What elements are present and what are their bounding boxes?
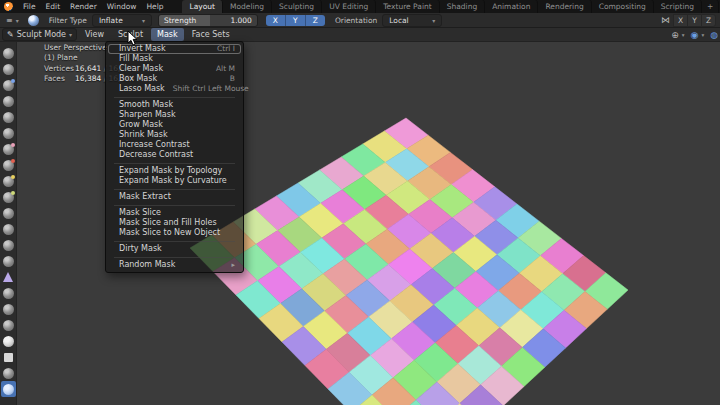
viewport-menu-face-sets[interactable]: Face Sets <box>186 28 236 41</box>
toolbar-grab-brush[interactable] <box>1 285 16 301</box>
viewport-menu-mask[interactable]: Mask <box>151 28 184 41</box>
toolbar-layer-brush[interactable] <box>1 109 16 125</box>
axis-toggle-z[interactable]: Z <box>306 15 325 26</box>
elastic-deform-brush-icon <box>3 256 14 267</box>
tab-scripting[interactable]: Scripting <box>654 0 702 13</box>
menu-item-decrease-contrast[interactable]: Decrease Contrast <box>106 150 243 160</box>
blender-logo-icon[interactable] <box>4 2 13 11</box>
menu-item-box-mask[interactable]: Box MaskB <box>106 74 243 84</box>
mode-dropdown[interactable]: ✎ Sculpt Mode ▾ <box>2 28 77 41</box>
tab-modeling[interactable]: Modeling <box>223 0 272 13</box>
viewport-header-icons: ⊕▾ ◉▾ ◍ <box>665 30 718 40</box>
crease-brush-accent-dot <box>11 159 15 163</box>
menu-item-mask-slice-to-new-object[interactable]: Mask Slice to New Object <box>106 228 243 238</box>
menu-item-sharpen-mask[interactable]: Sharpen Mask <box>106 110 243 120</box>
menu-item-increase-contrast[interactable]: Increase Contrast <box>106 140 243 150</box>
viewport-menu-view[interactable]: View <box>79 28 110 41</box>
tab-compositing[interactable]: Compositing <box>592 0 654 13</box>
tab-layout[interactable]: Layout <box>182 0 223 13</box>
toolbar-fill-brush[interactable] <box>1 205 16 221</box>
orientation-dropdown[interactable]: Local ▾ <box>382 14 442 27</box>
add-workspace-button[interactable]: + <box>702 0 719 13</box>
toolbar-snake-hook-brush[interactable] <box>1 301 16 317</box>
toolbar-inflate-brush[interactable] <box>1 125 16 141</box>
active-tool-dropdown[interactable]: ≡▾ <box>3 15 22 26</box>
menu-item-label: Mask Slice and Fill Holes <box>119 218 217 228</box>
menu-item-expand-mask-by-topology[interactable]: Expand Mask by Topology <box>106 166 243 176</box>
overlays-icon: ◉ <box>691 30 699 40</box>
chevron-down-icon: ▾ <box>69 31 72 38</box>
menu-item-label: Random Mask <box>119 260 175 270</box>
menu-item-mask-slice-and-fill-holes[interactable]: Mask Slice and Fill Holes <box>106 218 243 228</box>
toolbar-nudge-brush[interactable] <box>1 349 16 365</box>
menu-item-grow-mask[interactable]: Grow Mask <box>106 120 243 130</box>
menu-item-clear-mask[interactable]: Clear MaskAlt M <box>106 64 243 74</box>
tab-shading[interactable]: Shading <box>440 0 485 13</box>
gizmo-icon: ⊕ <box>671 30 679 40</box>
toolbar-mesh-filter-tool[interactable] <box>1 381 16 397</box>
toolbar-scrape-brush[interactable] <box>1 221 16 237</box>
filter-type-label: Filter Type <box>49 16 87 25</box>
shading-mode-icon[interactable]: ◍ <box>710 30 718 40</box>
toolbar-draw-sharp-brush[interactable] <box>1 61 16 77</box>
strength-slider[interactable]: Strength 1.000 <box>158 14 258 27</box>
axis-toggle-x[interactable]: X <box>266 15 286 26</box>
toolbar-blob-brush[interactable] <box>1 141 16 157</box>
toolbar-flatten-brush[interactable] <box>1 189 16 205</box>
menu-item-mask-extract[interactable]: Mask Extract <box>106 192 243 202</box>
tab-texture-paint[interactable]: Texture Paint <box>376 0 439 13</box>
menubar-item-render[interactable]: Render <box>65 0 102 13</box>
menubar-item-file[interactable]: File <box>18 0 41 13</box>
toolbar-clay-strips-brush[interactable] <box>1 93 16 109</box>
toolbar-slide-relax-brush[interactable] <box>1 365 16 381</box>
menu-separator <box>114 241 235 242</box>
viewport-menus: ViewSculptMaskFace Sets <box>77 28 236 41</box>
topbar-menus: FileEditRenderWindowHelp <box>18 0 168 13</box>
menu-item-lasso-mask[interactable]: Lasso MaskShift Ctrl Left Mouse <box>106 84 243 94</box>
clay-brush-accent-dot <box>11 79 15 83</box>
toolbar-clay-brush[interactable] <box>1 77 16 93</box>
gizmo-dropdown[interactable]: ⊕▾ <box>671 30 684 40</box>
toolbar-pose-brush[interactable] <box>1 333 16 349</box>
toolbar-thumb-brush[interactable] <box>1 317 16 333</box>
menubar-item-window[interactable]: Window <box>102 0 142 13</box>
toolbar-draw-brush[interactable] <box>1 45 16 61</box>
toolbar-smooth-brush[interactable] <box>1 173 16 189</box>
tab-sculpting[interactable]: Sculpting <box>272 0 322 13</box>
chevron-down-icon: ▾ <box>682 32 685 38</box>
menubar-item-help[interactable]: Help <box>141 0 168 13</box>
toolbar-pinch-brush[interactable] <box>1 269 16 285</box>
axis-toggle-y[interactable]: Y <box>286 15 306 26</box>
menu-item-label: Fill Mask <box>119 54 153 64</box>
tab-uv-editing[interactable]: UV Editing <box>322 0 376 13</box>
filter-type-dropdown[interactable]: Inflate ▾ <box>92 14 152 27</box>
menu-item-expand-mask-by-curvature[interactable]: Expand Mask by Curvature <box>106 176 243 186</box>
menu-item-smooth-mask[interactable]: Smooth Mask <box>106 100 243 110</box>
grab-brush-icon <box>3 288 14 299</box>
brush-thumbnail-icon[interactable] <box>28 15 39 26</box>
chevron-down-icon: ▾ <box>701 32 704 38</box>
menu-item-shrink-mask[interactable]: Shrink Mask <box>106 130 243 140</box>
menu-separator <box>114 97 235 98</box>
menu-item-mask-slice[interactable]: Mask Slice <box>106 208 243 218</box>
menubar-item-edit[interactable]: Edit <box>41 0 66 13</box>
menu-item-shortcut: B <box>230 74 235 84</box>
menu-item-fill-mask[interactable]: Fill Mask <box>106 54 243 64</box>
mirror-axis-z[interactable]: Z <box>701 14 716 27</box>
mirror-axis-x[interactable]: X <box>673 14 687 27</box>
tab-animation[interactable]: Animation <box>485 0 538 13</box>
menu-item-shortcut: Shift Ctrl Left Mouse <box>173 84 249 94</box>
toolbar-multiplane-scrape-brush[interactable] <box>1 237 16 253</box>
menu-item-dirty-mask[interactable]: Dirty Mask <box>106 244 243 254</box>
mirror-axis-y[interactable]: Y <box>687 14 701 27</box>
inflate-brush-icon <box>3 128 14 139</box>
scrape-brush-icon <box>3 224 14 235</box>
menu-item-label: Grow Mask <box>119 120 163 130</box>
chevron-down-icon: ▾ <box>142 15 145 26</box>
toolbar-elastic-deform-brush[interactable] <box>1 253 16 269</box>
tab-rendering[interactable]: Rendering <box>538 0 591 13</box>
toolbar-crease-brush[interactable] <box>1 157 16 173</box>
submenu-arrow-icon: ▸ <box>231 260 235 270</box>
overlays-dropdown[interactable]: ◉▾ <box>691 30 705 40</box>
menu-item-random-mask[interactable]: Random Mask▸ <box>106 260 243 270</box>
